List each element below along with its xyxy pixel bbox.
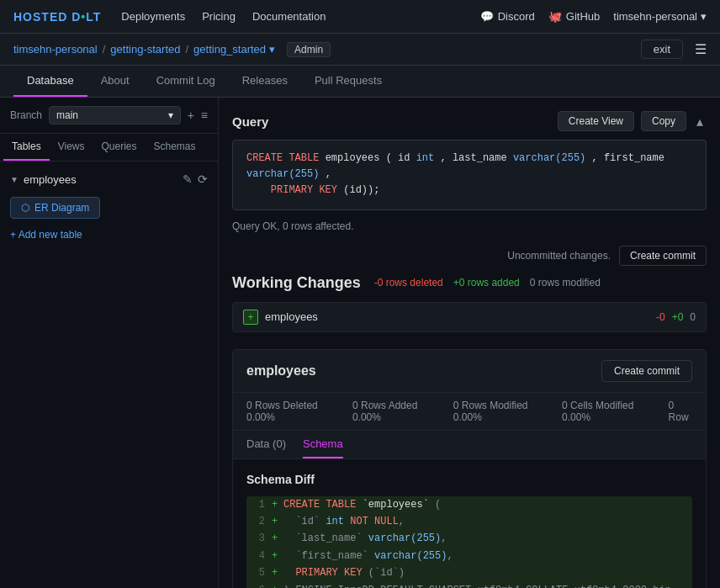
tab-database[interactable]: Database — [13, 65, 87, 97]
rows-modified-stat: 0 rows modified — [530, 277, 601, 289]
diff-line-num-5: 5 — [246, 564, 272, 581]
rows-deleted-label: 0 Rows Deleted 0.00% — [246, 400, 332, 423]
rows-modified-lbl: Rows Modified — [462, 400, 528, 411]
sidebar-tab-schemas[interactable]: Schemas — [146, 134, 204, 161]
breadcrumb-repo[interactable]: getting-started — [110, 43, 180, 56]
uncommitted-text: Uncommitted changes. — [507, 250, 611, 262]
working-changes-title: Working Changes — [232, 274, 361, 292]
diff-line-num-4: 4 — [246, 548, 272, 564]
copy-button[interactable]: Copy — [641, 111, 686, 131]
diff-plus-3: + — [272, 530, 283, 547]
schema-diff-area: Schema Diff 1 + CREATE TABLE `employees`… — [233, 459, 706, 588]
detail-tab-schema[interactable]: Schema — [303, 431, 343, 458]
sql-int-type: int — [416, 152, 435, 164]
wc-modified: 0 — [690, 311, 696, 323]
query-box: CREATE TABLE employees ( id int , last_n… — [232, 140, 707, 210]
rows-added-stat: +0 rows added — [453, 277, 520, 289]
sql-varchar2-type: varchar(255) — [246, 168, 319, 180]
history-icon[interactable]: ⟳ — [198, 172, 208, 186]
sql-id-col: id — [398, 152, 416, 164]
rows-modified-pct: 0.00% — [453, 411, 482, 423]
wc-table-stats: -0 +0 0 — [656, 311, 696, 323]
tab-pull-requests[interactable]: Pull Requests — [301, 65, 395, 97]
employees-detail-header: employees Create commit — [233, 350, 706, 393]
breadcrumb-bar: timsehn-personal / getting-started / get… — [0, 34, 720, 66]
tab-commit-log[interactable]: Commit Log — [143, 65, 229, 97]
diff-table: 1 + CREATE TABLE `employees` ( 2 + `id` … — [246, 496, 692, 588]
add-branch-icon[interactable]: + — [188, 109, 194, 122]
working-changes-stats: -0 rows deleted +0 rows added 0 rows mod… — [374, 277, 601, 289]
sql-primary-kw: PRIMARY KEY — [271, 184, 337, 196]
user-menu[interactable]: timsehn-personal ▾ — [613, 10, 707, 23]
rows-deleted-lbl: Rows Deleted — [255, 400, 318, 411]
sql-comma2: , — [592, 152, 604, 164]
branch-select[interactable]: main ▾ — [49, 106, 181, 124]
tab-about[interactable]: About — [87, 65, 143, 97]
diff-line-2: 2 + `id` int NOT NULL, — [246, 513, 692, 530]
sql-comma3: , — [326, 168, 331, 180]
create-commit-small-button[interactable]: Create commit — [619, 246, 707, 266]
diff-plus-4: + — [272, 548, 283, 564]
diff-plus-5: + — [272, 564, 283, 581]
create-view-button[interactable]: Create View — [558, 111, 634, 131]
sql-varchar1-type: varchar(255) — [513, 152, 585, 164]
sidebar-tab-tables[interactable]: Tables — [3, 134, 50, 161]
branch-menu-icon[interactable]: ≡ — [201, 109, 208, 122]
breadcrumb-sep-2: / — [185, 43, 188, 56]
diff-line-num-2: 2 — [246, 513, 272, 530]
discord-icon: 💬 — [480, 10, 494, 23]
diff-line-6: 6 + ) ENGINE=InnoDB DEFAULT CHARSET=utf8… — [246, 582, 692, 588]
sql-pk-id: (id)); — [343, 184, 379, 196]
working-changes-table-row[interactable]: + employees -0 +0 0 — [232, 302, 707, 332]
rows-added-pct: 0.00% — [352, 411, 381, 423]
nav-links: Deployments Pricing Documentation — [121, 10, 479, 23]
create-commit-main-button[interactable]: Create commit — [601, 360, 692, 382]
sidebar-tab-views[interactable]: Views — [50, 134, 93, 161]
tab-bar: Database About Commit Log Releases Pull … — [0, 66, 720, 98]
query-title: Query — [232, 114, 268, 129]
rows-added-value: 0 — [352, 400, 358, 411]
detail-tabs: Data (0) Schema — [233, 431, 706, 459]
top-nav-right: 💬 Discord 🐙 GitHub timsehn-personal ▾ — [480, 10, 707, 23]
sql-table-name: employees ( — [326, 152, 398, 164]
diff-code-5: PRIMARY KEY (`id`) — [283, 564, 692, 581]
table-employees-label: employees — [24, 173, 77, 186]
diff-line-num-6: 6 — [246, 582, 272, 588]
add-table-button[interactable]: + Add new table — [10, 225, 208, 244]
nav-documentation[interactable]: Documentation — [252, 10, 326, 23]
wc-added: +0 — [672, 311, 684, 323]
rows-deleted-pct: 0.00% — [246, 411, 275, 423]
diff-line-num-3: 3 — [246, 530, 272, 547]
diff-line-3: 3 + `last_name` varchar(255), — [246, 530, 692, 547]
edit-icon[interactable]: ✎ — [183, 172, 193, 186]
collapse-button[interactable]: ▴ — [693, 114, 707, 130]
sql-indent — [246, 184, 265, 196]
er-diagram-button[interactable]: ⬡ ER Diagram — [10, 197, 100, 219]
employees-detail: employees Create commit 0 Rows Deleted 0… — [232, 349, 707, 588]
nav-deployments[interactable]: Deployments — [121, 10, 185, 23]
hamburger-icon[interactable]: ☰ — [695, 41, 707, 57]
diff-code-2: `id` int NOT NULL, — [283, 513, 692, 530]
exit-button[interactable]: exit — [641, 40, 683, 59]
er-diagram-label: ER Diagram — [34, 202, 89, 214]
row-label: 0 Row — [669, 400, 692, 423]
sidebar-tab-queries[interactable]: Queries — [93, 134, 145, 161]
discord-label: Discord — [498, 10, 535, 23]
detail-tab-data[interactable]: Data (0) — [246, 431, 286, 458]
discord-link[interactable]: 💬 Discord — [480, 10, 535, 23]
rows-deleted-value: 0 — [246, 400, 252, 411]
table-employees-item[interactable]: ▼ employees ✎ ⟳ — [0, 168, 218, 190]
github-link[interactable]: 🐙 GitHub — [548, 10, 600, 23]
breadcrumb-org[interactable]: timsehn-personal — [13, 43, 98, 56]
diff-code-4: `first_name` varchar(255), — [283, 548, 692, 564]
row-lbl: Row — [669, 411, 689, 423]
nav-pricing[interactable]: Pricing — [202, 10, 236, 23]
branch-value: main — [56, 109, 78, 121]
breadcrumb-branch[interactable]: getting_started ▾ — [193, 43, 275, 56]
top-nav: HOSTED D•LT Deployments Pricing Document… — [0, 0, 720, 34]
logo: HOSTED D•LT — [13, 10, 101, 24]
tab-releases[interactable]: Releases — [229, 65, 301, 97]
chevron-down-icon: ▾ — [701, 10, 707, 23]
diff-line-4: 4 + `first_name` varchar(255), — [246, 548, 692, 564]
sql-comma1: , — [440, 152, 452, 164]
